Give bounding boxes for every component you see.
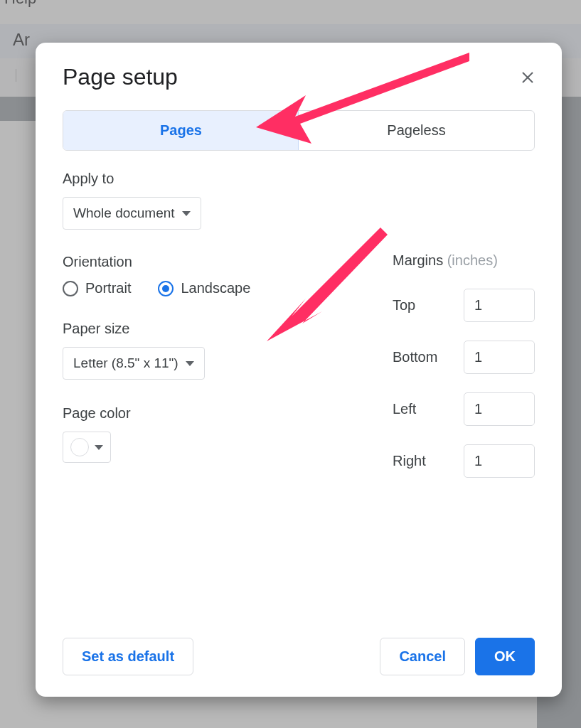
page-color-label: Page color: [63, 405, 350, 422]
radio-icon: [158, 281, 174, 296]
caret-down-icon: [182, 211, 191, 216]
ok-button[interactable]: OK: [475, 638, 535, 675]
close-button[interactable]: [521, 70, 535, 85]
orientation-portrait-label: Portrait: [85, 280, 131, 296]
margin-left-input[interactable]: [464, 392, 535, 426]
apply-to-value: Whole document: [73, 205, 175, 221]
margin-bottom-label: Bottom: [393, 349, 437, 365]
margin-bottom-input[interactable]: [464, 341, 535, 374]
close-icon: [521, 71, 534, 84]
paper-size-value: Letter (8.5" x 11"): [73, 355, 178, 371]
dialog-title: Page setup: [63, 64, 178, 90]
orientation-portrait-radio[interactable]: Portrait: [63, 280, 131, 296]
set-as-default-button[interactable]: Set as default: [63, 638, 193, 675]
color-swatch-icon: [70, 438, 89, 456]
apply-to-label: Apply to: [63, 171, 535, 187]
tab-pages[interactable]: Pages: [63, 111, 299, 150]
tab-pageless[interactable]: Pageless: [299, 111, 534, 150]
radio-icon: [63, 281, 78, 296]
caret-down-icon: [186, 361, 194, 366]
margin-right-label: Right: [393, 453, 426, 469]
margin-right-input[interactable]: [464, 444, 535, 478]
margin-top-label: Top: [393, 297, 415, 314]
caret-down-icon: [95, 445, 103, 450]
cancel-button[interactable]: Cancel: [380, 638, 465, 675]
viewport: Help Ar Page setup Pages Pageless Apply …: [0, 0, 581, 728]
margins-word: Margins: [393, 252, 443, 268]
orientation-label: Orientation: [63, 254, 350, 270]
page-color-dropdown[interactable]: [63, 432, 111, 463]
apply-to-dropdown[interactable]: Whole document: [63, 197, 201, 230]
tab-group: Pages Pageless: [63, 110, 535, 151]
margins-label: Margins (inches): [393, 252, 535, 269]
paper-size-label: Paper size: [63, 321, 350, 337]
orientation-landscape-radio[interactable]: Landscape: [158, 280, 250, 296]
page-setup-dialog: Page setup Pages Pageless Apply to Whole…: [36, 43, 562, 697]
paper-size-dropdown[interactable]: Letter (8.5" x 11"): [63, 347, 205, 380]
margin-left-label: Left: [393, 401, 416, 417]
orientation-landscape-label: Landscape: [181, 280, 250, 296]
margins-unit: (inches): [447, 252, 498, 268]
margin-top-input[interactable]: [464, 289, 535, 322]
